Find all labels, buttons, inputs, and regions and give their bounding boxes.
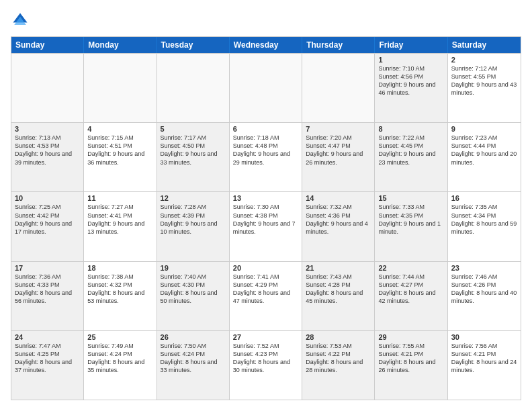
- cell-daylight-info: Sunrise: 7:22 AM Sunset: 4:45 PM Dayligh…: [378, 134, 443, 167]
- cell-daylight-info: Sunrise: 7:12 AM Sunset: 4:55 PM Dayligh…: [451, 64, 517, 97]
- calendar-cell-18: 18Sunrise: 7:38 AM Sunset: 4:32 PM Dayli…: [84, 262, 157, 330]
- cell-daylight-info: Sunrise: 7:46 AM Sunset: 4:26 PM Dayligh…: [451, 273, 517, 306]
- calendar-cell-3: 3Sunrise: 7:13 AM Sunset: 4:53 PM Daylig…: [11, 123, 84, 191]
- day-number: 26: [161, 333, 226, 341]
- calendar-cell-23: 23Sunrise: 7:46 AM Sunset: 4:26 PM Dayli…: [448, 262, 521, 330]
- cell-daylight-info: Sunrise: 7:33 AM Sunset: 4:35 PM Dayligh…: [378, 203, 443, 236]
- cell-daylight-info: Sunrise: 7:25 AM Sunset: 4:42 PM Dayligh…: [15, 203, 80, 236]
- calendar-cell-1: 1Sunrise: 7:10 AM Sunset: 4:56 PM Daylig…: [375, 54, 447, 122]
- header-day-friday: Friday: [375, 37, 447, 53]
- day-number: 8: [378, 125, 443, 133]
- cell-daylight-info: Sunrise: 7:49 AM Sunset: 4:24 PM Dayligh…: [87, 342, 152, 375]
- calendar-cell-7: 7Sunrise: 7:20 AM Sunset: 4:47 PM Daylig…: [302, 123, 375, 191]
- cell-daylight-info: Sunrise: 7:43 AM Sunset: 4:28 PM Dayligh…: [306, 273, 371, 306]
- calendar-row-3: 17Sunrise: 7:36 AM Sunset: 4:33 PM Dayli…: [11, 261, 521, 330]
- header-day-sunday: Sunday: [11, 37, 84, 53]
- page: SundayMondayTuesdayWednesdayThursdayFrid…: [0, 0, 532, 411]
- calendar-cell-2: 2Sunrise: 7:12 AM Sunset: 4:55 PM Daylig…: [448, 54, 521, 122]
- calendar-cell-4: 4Sunrise: 7:15 AM Sunset: 4:51 PM Daylig…: [84, 123, 157, 191]
- cell-daylight-info: Sunrise: 7:36 AM Sunset: 4:33 PM Dayligh…: [15, 273, 80, 306]
- day-number: 30: [451, 333, 517, 341]
- calendar-cell-15: 15Sunrise: 7:33 AM Sunset: 4:35 PM Dayli…: [375, 192, 447, 261]
- day-number: 10: [15, 194, 80, 202]
- calendar-cell-28: 28Sunrise: 7:53 AM Sunset: 4:22 PM Dayli…: [302, 331, 375, 400]
- day-number: 15: [378, 194, 443, 202]
- calendar-row-2: 10Sunrise: 7:25 AM Sunset: 4:42 PM Dayli…: [11, 191, 521, 261]
- day-number: 29: [378, 333, 443, 341]
- cell-daylight-info: Sunrise: 7:18 AM Sunset: 4:48 PM Dayligh…: [233, 134, 298, 167]
- day-number: 28: [306, 333, 371, 341]
- calendar: SundayMondayTuesdayWednesdayThursdayFrid…: [11, 36, 521, 400]
- cell-daylight-info: Sunrise: 7:40 AM Sunset: 4:30 PM Dayligh…: [161, 273, 226, 306]
- header-day-monday: Monday: [84, 37, 157, 53]
- calendar-cell-empty-0-4: [302, 54, 375, 122]
- day-number: 17: [15, 264, 80, 272]
- calendar-body: 1Sunrise: 7:10 AM Sunset: 4:56 PM Daylig…: [11, 53, 521, 400]
- calendar-cell-17: 17Sunrise: 7:36 AM Sunset: 4:33 PM Dayli…: [11, 262, 84, 330]
- cell-daylight-info: Sunrise: 7:15 AM Sunset: 4:51 PM Dayligh…: [87, 134, 152, 167]
- cell-daylight-info: Sunrise: 7:44 AM Sunset: 4:27 PM Dayligh…: [378, 273, 443, 306]
- logo: [11, 11, 32, 30]
- day-number: 2: [451, 56, 517, 64]
- day-number: 27: [233, 333, 298, 341]
- calendar-cell-21: 21Sunrise: 7:43 AM Sunset: 4:28 PM Dayli…: [302, 262, 375, 330]
- day-number: 1: [378, 56, 443, 64]
- cell-daylight-info: Sunrise: 7:52 AM Sunset: 4:23 PM Dayligh…: [233, 342, 298, 375]
- calendar-cell-empty-0-2: [157, 54, 230, 122]
- day-number: 25: [87, 333, 152, 341]
- day-number: 5: [161, 125, 226, 133]
- cell-daylight-info: Sunrise: 7:27 AM Sunset: 4:41 PM Dayligh…: [87, 203, 152, 236]
- cell-daylight-info: Sunrise: 7:53 AM Sunset: 4:22 PM Dayligh…: [306, 342, 371, 375]
- calendar-cell-empty-0-3: [230, 54, 302, 122]
- cell-daylight-info: Sunrise: 7:23 AM Sunset: 4:44 PM Dayligh…: [451, 134, 517, 167]
- calendar-header: SundayMondayTuesdayWednesdayThursdayFrid…: [11, 37, 521, 53]
- cell-daylight-info: Sunrise: 7:41 AM Sunset: 4:29 PM Dayligh…: [233, 273, 298, 306]
- day-number: 19: [161, 264, 226, 272]
- header-day-wednesday: Wednesday: [230, 37, 302, 53]
- calendar-cell-5: 5Sunrise: 7:17 AM Sunset: 4:50 PM Daylig…: [157, 123, 230, 191]
- cell-daylight-info: Sunrise: 7:47 AM Sunset: 4:25 PM Dayligh…: [15, 342, 80, 375]
- header-day-saturday: Saturday: [448, 37, 521, 53]
- day-number: 6: [233, 125, 298, 133]
- calendar-cell-22: 22Sunrise: 7:44 AM Sunset: 4:27 PM Dayli…: [375, 262, 447, 330]
- header: [11, 11, 521, 30]
- day-number: 11: [87, 194, 152, 202]
- calendar-cell-9: 9Sunrise: 7:23 AM Sunset: 4:44 PM Daylig…: [448, 123, 521, 191]
- calendar-cell-27: 27Sunrise: 7:52 AM Sunset: 4:23 PM Dayli…: [230, 331, 302, 400]
- calendar-cell-30: 30Sunrise: 7:56 AM Sunset: 4:21 PM Dayli…: [448, 331, 521, 400]
- cell-daylight-info: Sunrise: 7:35 AM Sunset: 4:34 PM Dayligh…: [451, 203, 517, 236]
- cell-daylight-info: Sunrise: 7:56 AM Sunset: 4:21 PM Dayligh…: [451, 342, 517, 375]
- cell-daylight-info: Sunrise: 7:32 AM Sunset: 4:36 PM Dayligh…: [306, 203, 371, 236]
- day-number: 4: [87, 125, 152, 133]
- calendar-cell-24: 24Sunrise: 7:47 AM Sunset: 4:25 PM Dayli…: [11, 331, 84, 400]
- calendar-cell-14: 14Sunrise: 7:32 AM Sunset: 4:36 PM Dayli…: [302, 192, 375, 261]
- cell-daylight-info: Sunrise: 7:55 AM Sunset: 4:21 PM Dayligh…: [378, 342, 443, 375]
- calendar-row-1: 3Sunrise: 7:13 AM Sunset: 4:53 PM Daylig…: [11, 122, 521, 191]
- day-number: 22: [378, 264, 443, 272]
- cell-daylight-info: Sunrise: 7:38 AM Sunset: 4:32 PM Dayligh…: [87, 273, 152, 306]
- cell-daylight-info: Sunrise: 7:50 AM Sunset: 4:24 PM Dayligh…: [161, 342, 226, 375]
- cell-daylight-info: Sunrise: 7:17 AM Sunset: 4:50 PM Dayligh…: [161, 134, 226, 167]
- calendar-cell-20: 20Sunrise: 7:41 AM Sunset: 4:29 PM Dayli…: [230, 262, 302, 330]
- calendar-cell-26: 26Sunrise: 7:50 AM Sunset: 4:24 PM Dayli…: [157, 331, 230, 400]
- cell-daylight-info: Sunrise: 7:20 AM Sunset: 4:47 PM Dayligh…: [306, 134, 371, 167]
- header-day-thursday: Thursday: [302, 37, 375, 53]
- day-number: 13: [233, 194, 298, 202]
- calendar-cell-6: 6Sunrise: 7:18 AM Sunset: 4:48 PM Daylig…: [230, 123, 302, 191]
- day-number: 7: [306, 125, 371, 133]
- calendar-cell-13: 13Sunrise: 7:30 AM Sunset: 4:38 PM Dayli…: [230, 192, 302, 261]
- cell-daylight-info: Sunrise: 7:10 AM Sunset: 4:56 PM Dayligh…: [378, 64, 443, 97]
- day-number: 24: [15, 333, 80, 341]
- day-number: 21: [306, 264, 371, 272]
- calendar-cell-10: 10Sunrise: 7:25 AM Sunset: 4:42 PM Dayli…: [11, 192, 84, 261]
- calendar-cell-12: 12Sunrise: 7:28 AM Sunset: 4:39 PM Dayli…: [157, 192, 230, 261]
- cell-daylight-info: Sunrise: 7:30 AM Sunset: 4:38 PM Dayligh…: [233, 203, 298, 236]
- calendar-cell-29: 29Sunrise: 7:55 AM Sunset: 4:21 PM Dayli…: [375, 331, 447, 400]
- calendar-cell-16: 16Sunrise: 7:35 AM Sunset: 4:34 PM Dayli…: [448, 192, 521, 261]
- cell-daylight-info: Sunrise: 7:13 AM Sunset: 4:53 PM Dayligh…: [15, 134, 80, 167]
- cell-daylight-info: Sunrise: 7:28 AM Sunset: 4:39 PM Dayligh…: [161, 203, 226, 236]
- day-number: 14: [306, 194, 371, 202]
- day-number: 12: [161, 194, 226, 202]
- calendar-row-4: 24Sunrise: 7:47 AM Sunset: 4:25 PM Dayli…: [11, 330, 521, 400]
- day-number: 18: [87, 264, 152, 272]
